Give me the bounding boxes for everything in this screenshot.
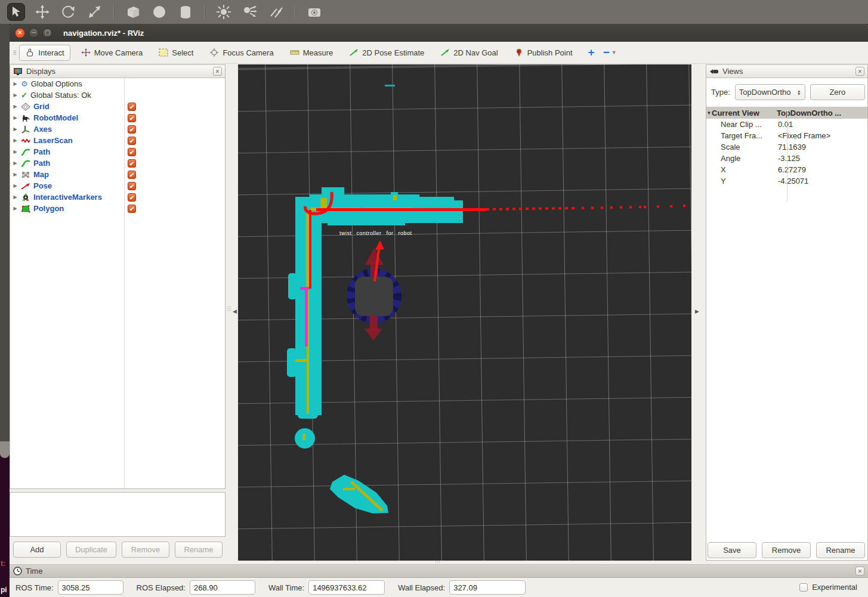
expander-icon[interactable]: ▶	[13, 206, 18, 211]
camera-icon[interactable]	[305, 3, 323, 21]
display-row-path-2[interactable]: ▶ Path ✔	[10, 157, 225, 169]
display-row-laserscan[interactable]: ▶ LaserScan ✔	[10, 135, 225, 146]
display-row-robotmodel[interactable]: ▶ RobotModel ✔	[10, 112, 225, 123]
add-button[interactable]: Add	[13, 542, 61, 558]
sphere-icon[interactable]	[150, 3, 168, 21]
robot-body[interactable]	[355, 277, 393, 316]
save-button[interactable]: Save	[708, 542, 756, 558]
path1-checkbox[interactable]: ✔	[128, 148, 136, 156]
translate-icon[interactable]	[33, 3, 51, 21]
views-close-icon[interactable]: ✕	[855, 67, 864, 76]
display-row-global-status[interactable]: ▶ ✓ Global Status: Ok	[10, 89, 225, 101]
tool-select[interactable]: Select	[153, 45, 199, 60]
point-light-icon[interactable]	[215, 3, 233, 21]
tool-move-camera[interactable]: Move Camera	[76, 45, 149, 60]
laserscan-checkbox[interactable]: ✔	[128, 137, 136, 145]
display-row-global-options[interactable]: ▶ ⚙ Global Options	[10, 78, 225, 89]
expander-icon[interactable]: ▶	[13, 81, 18, 86]
splitter-grip[interactable]: ———	[227, 305, 231, 311]
publish-point-pin-icon	[514, 48, 524, 57]
rotate-icon[interactable]	[60, 3, 78, 21]
view-type-combobox[interactable]: TopDownOrtho ▲▼	[735, 84, 805, 100]
expander-icon[interactable]: ▶	[13, 149, 18, 154]
column-divider[interactable]	[124, 78, 125, 488]
remove-tool-button[interactable]: −	[603, 46, 610, 59]
tool-label: Interact	[38, 48, 64, 57]
path2-checkbox[interactable]: ✔	[128, 159, 136, 168]
display-row-grid[interactable]: ▶ Grid ✔	[10, 101, 225, 112]
display-row-polygon[interactable]: ▶ Polygon ✔	[10, 203, 225, 214]
directional-light-icon[interactable]	[267, 3, 285, 21]
views-rename-button[interactable]: Rename	[816, 542, 865, 558]
display-row-axes[interactable]: ▶ Axes ✔	[10, 123, 225, 135]
clock-icon	[13, 567, 22, 576]
time-panel-header[interactable]: Time ✕	[10, 565, 868, 578]
window-close-button[interactable]: ✕	[15, 28, 25, 38]
expander-icon[interactable]: ▼	[706, 110, 712, 116]
grid-checkbox[interactable]: ✔	[128, 103, 136, 111]
zero-button[interactable]: Zero	[810, 84, 865, 100]
type-label: Type:	[711, 88, 730, 97]
cube-icon[interactable]	[124, 3, 142, 21]
cylinder-icon[interactable]	[177, 3, 194, 21]
expander-icon[interactable]: ▶	[13, 126, 18, 132]
polygon-checkbox[interactable]: ✔	[128, 205, 136, 213]
expander-icon[interactable]: ▶	[13, 115, 18, 120]
expander-icon[interactable]: ▶	[13, 92, 18, 98]
expander-icon[interactable]: ▶	[13, 183, 18, 188]
tool-publish-point[interactable]: Publish Point	[509, 45, 578, 60]
window-minimize-button[interactable]: ─	[29, 28, 39, 38]
scale-icon[interactable]	[86, 3, 104, 21]
ros-time-input[interactable]	[58, 580, 123, 595]
expander-icon[interactable]: ▶	[13, 160, 18, 166]
displays-close-icon[interactable]: ✕	[213, 67, 222, 76]
expander-icon[interactable]: ▶	[13, 194, 18, 200]
spot-light-icon[interactable]	[241, 3, 259, 21]
interactivemarkers-checkbox[interactable]: ✔	[128, 193, 136, 202]
remove-tool-dropdown-icon[interactable]: ▼	[611, 50, 617, 55]
toolbar-grip[interactable]: ≡≡	[13, 50, 17, 55]
time-close-icon[interactable]: ✕	[855, 567, 864, 576]
collapse-left-panel-icon[interactable]: ◀	[233, 308, 237, 314]
views-column-divider[interactable]	[787, 107, 787, 202]
axes-checkbox[interactable]: ✔	[128, 125, 136, 134]
displays-panel-header[interactable]: Displays ✕	[10, 65, 225, 78]
select-arrow-icon[interactable]	[7, 3, 25, 21]
collapse-right-panel-icon[interactable]: ▶	[695, 308, 699, 314]
display-row-interactivemarkers[interactable]: ▶ InteractiveMarkers ✔	[10, 191, 225, 203]
expander-icon[interactable]: ▶	[13, 138, 18, 143]
tool-focus-camera[interactable]: Focus Camera	[204, 45, 279, 60]
pose-checkbox[interactable]: ✔	[128, 182, 136, 190]
path-icon	[21, 159, 30, 168]
expander-icon[interactable]: ▶	[13, 104, 18, 109]
wall-elapsed-input[interactable]	[449, 580, 526, 595]
add-tool-button[interactable]: +	[588, 46, 595, 59]
views-remove-button[interactable]: Remove	[762, 542, 811, 558]
display-row-map[interactable]: ▶ Map ✔	[10, 169, 225, 180]
toolbar-separator	[295, 5, 296, 19]
views-buttons: Save Remove Rename	[708, 542, 865, 558]
tool-measure[interactable]: Measure	[285, 45, 339, 60]
tool-interact[interactable]: Interact	[19, 45, 70, 61]
display-row-path-1[interactable]: ▶ Path ✔	[10, 146, 225, 157]
display-row-pose[interactable]: ▶ Pose ✔	[10, 180, 225, 191]
tool-2d-pose-estimate[interactable]: 2D Pose Estimate	[344, 45, 430, 60]
rename-button[interactable]: Rename	[175, 542, 223, 558]
3d-viewport[interactable]: twist controller for robot	[238, 64, 691, 561]
map-checkbox[interactable]: ✔	[128, 171, 136, 179]
ros-elapsed-input[interactable]	[190, 580, 255, 595]
spinner-icon[interactable]: ▲▼	[797, 89, 801, 95]
robotmodel-checkbox[interactable]: ✔	[128, 114, 136, 122]
tool-2d-nav-goal[interactable]: 2D Nav Goal	[435, 45, 503, 60]
wall-time-input[interactable]	[308, 580, 385, 595]
view-type-row: Type: TopDownOrtho ▲▼ Zero	[711, 84, 865, 100]
expander-icon[interactable]: ▶	[13, 172, 18, 177]
experimental-checkbox[interactable]	[799, 583, 808, 592]
views-panel-header[interactable]: Views ✕	[706, 65, 867, 78]
window-maximize-button[interactable]: ▢	[42, 28, 52, 38]
titlebar[interactable]: ✕ ─ ▢ navigation.rviz* - RViz	[10, 24, 868, 42]
tool-label: Focus Camera	[223, 48, 273, 57]
duplicate-button[interactable]: Duplicate	[66, 542, 116, 558]
tool-label: 2D Pose Estimate	[362, 48, 424, 57]
remove-button[interactable]: Remove	[122, 542, 169, 558]
